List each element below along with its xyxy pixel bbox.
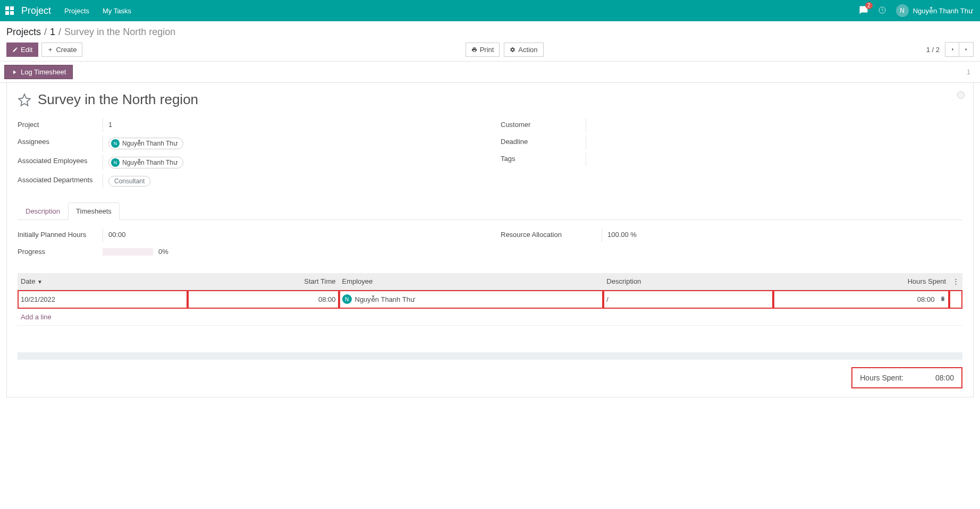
col-date[interactable]: Date ▼ xyxy=(18,273,188,290)
breadcrumb: Projects / 1 / Survey in the North regio… xyxy=(0,21,980,42)
crumb-root[interactable]: Projects xyxy=(6,27,41,38)
progress-label: Progress xyxy=(18,245,103,256)
col-options[interactable]: ⋮ xyxy=(949,273,962,290)
chat-icon[interactable]: 2 xyxy=(859,5,868,16)
allocation-label: Resource Allocation xyxy=(501,228,602,239)
tags-label: Tags xyxy=(501,152,586,163)
deadline-label: Deadline xyxy=(501,135,586,146)
cell-employee: N Nguyễn Thanh Thư xyxy=(342,294,601,304)
spacer-bar xyxy=(18,352,962,360)
col-employee[interactable]: Employee xyxy=(339,273,604,290)
log-timesheet-button[interactable]: Log Timesheet xyxy=(4,65,73,79)
edit-button[interactable]: Edit xyxy=(6,43,38,57)
tab-description[interactable]: Description xyxy=(18,202,68,220)
planned-hours-label: Initially Planned Hours xyxy=(18,228,103,239)
add-line-link[interactable]: Add a line xyxy=(18,309,962,326)
crumb-current: Survey in the North region xyxy=(64,27,175,38)
tab-timesheets[interactable]: Timesheets xyxy=(68,202,120,220)
customer-value xyxy=(586,118,962,132)
apps-icon[interactable] xyxy=(4,5,15,16)
col-hours[interactable]: Hours Spent xyxy=(773,273,949,290)
col-start[interactable]: Start Time xyxy=(188,273,339,290)
crumb-mid[interactable]: 1 xyxy=(50,27,55,38)
customer-label: Customer xyxy=(501,118,586,129)
delete-row-icon[interactable] xyxy=(940,295,946,303)
action-button[interactable]: Action xyxy=(504,43,543,57)
chat-badge: 2 xyxy=(865,2,873,9)
progress-bar: 0% xyxy=(103,248,479,256)
tags-value xyxy=(586,152,962,166)
user-avatar[interactable]: N xyxy=(896,4,909,17)
deadline-value xyxy=(586,135,962,149)
cell-hours: 08:00 xyxy=(773,290,949,309)
brand: Project xyxy=(21,5,51,16)
allocation-value: 100.00 % xyxy=(602,228,962,242)
task-title: Survey in the North region xyxy=(38,91,198,108)
planned-hours-value: 00:00 xyxy=(103,228,479,242)
assignees-label: Assignees xyxy=(18,135,103,146)
nav-my-tasks[interactable]: My Tasks xyxy=(103,7,131,15)
priority-star[interactable] xyxy=(18,93,31,107)
cell-start: 08:00 xyxy=(188,290,339,309)
departments-label: Associated Departments xyxy=(18,174,103,184)
print-button[interactable]: Print xyxy=(466,43,500,57)
kanban-state-toggle[interactable] xyxy=(957,91,965,99)
sort-caret-icon: ▼ xyxy=(37,279,43,285)
department-tag[interactable]: Consultant xyxy=(108,176,150,186)
cell-description: / xyxy=(603,290,773,309)
create-button[interactable]: Create xyxy=(41,43,82,57)
employee-chip[interactable]: N Nguyễn Thanh Thư xyxy=(108,157,183,168)
nav-projects[interactable]: Projects xyxy=(64,7,89,15)
pager-prev[interactable] xyxy=(945,43,959,56)
timesheet-row[interactable]: 10/21/2022 08:00 N Nguyễn Thanh Thư / 08… xyxy=(18,290,962,309)
employees-label: Associated Employees xyxy=(18,155,103,165)
hours-spent-total: Hours Spent: 08:00 xyxy=(851,367,962,388)
activity-icon[interactable] xyxy=(878,6,886,16)
project-value: 1 xyxy=(103,118,479,132)
pager-text: 1 / 2 xyxy=(926,46,940,54)
pager-next[interactable] xyxy=(959,43,973,56)
col-description[interactable]: Description xyxy=(603,273,773,290)
assignee-chip[interactable]: N Nguyễn Thanh Thư xyxy=(108,138,183,149)
cell-date: 10/21/2022 xyxy=(18,290,188,309)
stage-indicator[interactable]: 1 xyxy=(961,66,976,78)
project-label: Project xyxy=(18,118,103,129)
username[interactable]: Nguyễn Thanh Thư xyxy=(913,7,973,15)
